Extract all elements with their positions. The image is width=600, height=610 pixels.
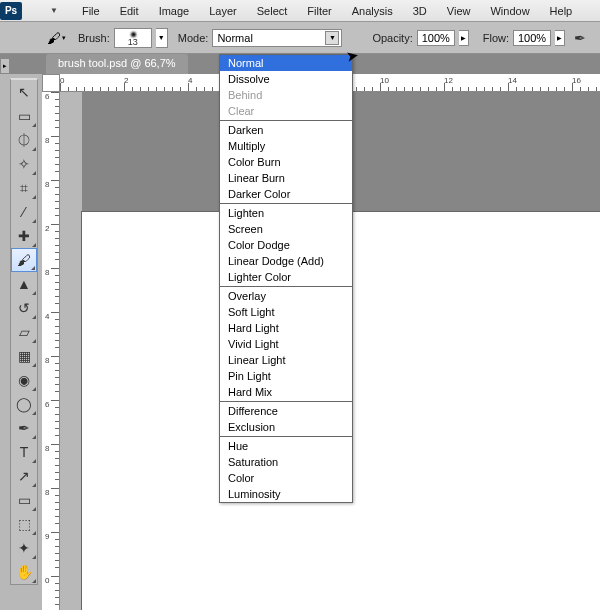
dropdown-separator — [220, 120, 352, 121]
ruler-tick: 8 — [45, 268, 49, 277]
mode-option-saturation[interactable]: Saturation — [220, 454, 352, 470]
menu-select[interactable]: Select — [247, 1, 298, 21]
ruler-tick: 2 — [45, 224, 49, 233]
tool-3d[interactable]: ⬚ — [11, 512, 37, 536]
dropdown-separator — [220, 401, 352, 402]
mode-option-exclusion[interactable]: Exclusion — [220, 419, 352, 435]
mode-option-darker-color[interactable]: Darker Color — [220, 186, 352, 202]
menu-image[interactable]: Image — [149, 1, 200, 21]
mode-option-lighten[interactable]: Lighten — [220, 205, 352, 221]
mode-option-multiply[interactable]: Multiply — [220, 138, 352, 154]
menu-layer[interactable]: Layer — [199, 1, 247, 21]
ruler-vertical[interactable]: 688284868890 — [42, 92, 60, 610]
tool-rect-marquee[interactable]: ▭ — [11, 104, 37, 128]
mode-label: Mode: — [178, 32, 209, 44]
menu-3d[interactable]: 3D — [403, 1, 437, 21]
tool-type[interactable]: T — [11, 440, 37, 464]
ruler-tick: 12 — [444, 76, 453, 85]
menu-window[interactable]: Window — [480, 1, 539, 21]
airbrush-toggle[interactable]: ✒ — [569, 27, 591, 49]
flyout-corner-icon — [32, 579, 36, 583]
app-icon[interactable]: Ps — [0, 2, 22, 20]
mode-option-color-burn[interactable]: Color Burn — [220, 154, 352, 170]
mode-option-pin-light[interactable]: Pin Light — [220, 368, 352, 384]
mode-option-luminosity[interactable]: Luminosity — [220, 486, 352, 502]
menu-file[interactable]: File — [72, 1, 110, 21]
tool-path-select[interactable]: ↗ — [11, 464, 37, 488]
flow-value[interactable]: 100% — [513, 30, 551, 46]
tool-history-brush[interactable]: ↺ — [11, 296, 37, 320]
flyout-corner-icon — [32, 123, 36, 127]
ruler-tick: 8 — [45, 356, 49, 365]
mode-dropdown-arrow[interactable]: ▼ — [325, 31, 339, 45]
tool-eraser[interactable]: ▱ — [11, 320, 37, 344]
brush-preview[interactable]: 13 — [114, 28, 152, 48]
brush-label: Brush: — [78, 32, 110, 44]
mode-option-color-dodge[interactable]: Color Dodge — [220, 237, 352, 253]
ruler-tick: 8 — [45, 488, 49, 497]
tool-hand[interactable]: ✋ — [11, 560, 37, 584]
mode-option-clear: Clear — [220, 103, 352, 119]
tool-3d-camera[interactable]: ✦ — [11, 536, 37, 560]
expand-panels-button[interactable]: ▸ — [0, 58, 10, 74]
menu-analysis[interactable]: Analysis — [342, 1, 403, 21]
ruler-tick: 6 — [45, 92, 49, 101]
mode-option-difference[interactable]: Difference — [220, 403, 352, 419]
menu-edit[interactable]: Edit — [110, 1, 149, 21]
menu-view[interactable]: View — [437, 1, 481, 21]
tool-blur[interactable]: ◉ — [11, 368, 37, 392]
mode-option-dissolve[interactable]: Dissolve — [220, 71, 352, 87]
menu-help[interactable]: Help — [540, 1, 583, 21]
mode-option-color[interactable]: Color — [220, 470, 352, 486]
flow-label: Flow: — [483, 32, 509, 44]
mode-option-darken[interactable]: Darken — [220, 122, 352, 138]
tool-crop[interactable]: ⌗ — [11, 176, 37, 200]
flow-flyout-arrow[interactable]: ▶ — [555, 30, 565, 46]
ruler-tick: 8 — [45, 180, 49, 189]
ruler-tick: 14 — [508, 76, 517, 85]
mode-option-soft-light[interactable]: Soft Light — [220, 304, 352, 320]
mode-option-lighter-color[interactable]: Lighter Color — [220, 269, 352, 285]
mode-option-screen[interactable]: Screen — [220, 221, 352, 237]
dropdown-separator — [220, 286, 352, 287]
ruler-tick: 0 — [45, 576, 49, 585]
mode-option-overlay[interactable]: Overlay — [220, 288, 352, 304]
mode-option-hard-light[interactable]: Hard Light — [220, 320, 352, 336]
flyout-corner-icon — [32, 411, 36, 415]
tool-spot-heal[interactable]: ✚ — [11, 224, 37, 248]
tool-shape[interactable]: ▭ — [11, 488, 37, 512]
menu-filter[interactable]: Filter — [297, 1, 341, 21]
tool-move[interactable]: ↖ — [11, 80, 37, 104]
mode-dropdown[interactable]: NormalDissolveBehindClearDarkenMultiplyC… — [219, 54, 353, 503]
flyout-corner-icon — [32, 147, 36, 151]
tool-dodge[interactable]: ◯ — [11, 392, 37, 416]
tool-brush[interactable]: 🖌 — [11, 248, 37, 272]
mode-option-linear-light[interactable]: Linear Light — [220, 352, 352, 368]
mode-select[interactable]: Normal ▼ — [212, 29, 342, 47]
mode-option-linear-dodge-add-[interactable]: Linear Dodge (Add) — [220, 253, 352, 269]
tool-lasso[interactable]: ⏀ — [11, 128, 37, 152]
document-tab[interactable]: brush tool.psd @ 66,7% — [46, 54, 188, 74]
mode-option-vivid-light[interactable]: Vivid Light — [220, 336, 352, 352]
opacity-value[interactable]: 100% — [417, 30, 455, 46]
menubar: Ps ▼ FileEditImageLayerSelectFilterAnaly… — [0, 0, 600, 22]
brush-dropdown-arrow[interactable]: ▼ — [156, 28, 168, 48]
dropdown-separator — [220, 436, 352, 437]
ruler-origin[interactable] — [42, 74, 60, 92]
flyout-corner-icon — [32, 315, 36, 319]
tool-eyedropper[interactable]: ⁄ — [11, 200, 37, 224]
tool-pen[interactable]: ✒ — [11, 416, 37, 440]
mode-option-hard-mix[interactable]: Hard Mix — [220, 384, 352, 400]
mode-option-hue[interactable]: Hue — [220, 438, 352, 454]
tool-magic-wand[interactable]: ✧ — [11, 152, 37, 176]
tool-gradient[interactable]: ▦ — [11, 344, 37, 368]
mode-option-linear-burn[interactable]: Linear Burn — [220, 170, 352, 186]
flyout-corner-icon — [32, 291, 36, 295]
app-menu-arrow[interactable]: ▼ — [30, 6, 58, 15]
opacity-flyout-arrow[interactable]: ▶ — [459, 30, 469, 46]
mode-option-normal[interactable]: Normal — [220, 55, 352, 71]
tool-clone-stamp[interactable]: ▲ — [11, 272, 37, 296]
ruler-tick: 9 — [45, 532, 49, 541]
tool-preset-icon[interactable]: 🖌▾ — [44, 26, 68, 50]
flyout-corner-icon — [32, 459, 36, 463]
